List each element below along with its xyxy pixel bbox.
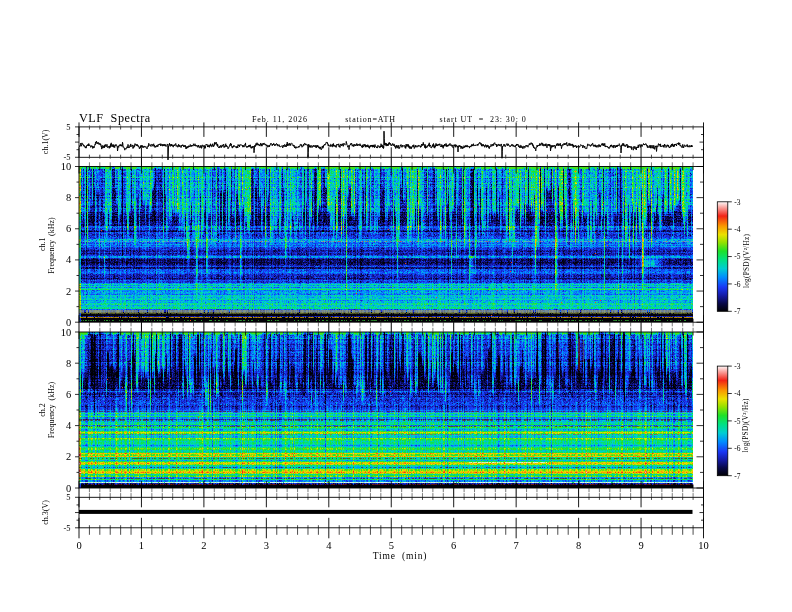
svg-text:Frequency (kHz): Frequency (kHz) (47, 381, 56, 438)
svg-text:8: 8 (576, 540, 581, 551)
svg-text:-7: -7 (734, 307, 740, 316)
svg-text:-6: -6 (734, 280, 740, 289)
svg-text:1: 1 (139, 540, 144, 551)
svg-text:station=ATH: station=ATH (345, 115, 396, 124)
svg-text:6: 6 (451, 540, 456, 551)
svg-text:4: 4 (326, 540, 332, 551)
svg-text:Feb. 11, 2026: Feb. 11, 2026 (252, 115, 308, 124)
svg-text:2: 2 (66, 451, 71, 462)
svg-text:0: 0 (76, 540, 81, 551)
svg-text:2: 2 (66, 286, 71, 297)
svg-text:-6: -6 (734, 444, 740, 453)
svg-text:start UT = 23: 30: 0: start UT = 23: 30: 0 (439, 115, 526, 124)
svg-text:-5: -5 (63, 523, 70, 533)
svg-text:5: 5 (66, 492, 70, 502)
svg-text:Frequency (kHz): Frequency (kHz) (47, 217, 56, 274)
svg-text:5: 5 (66, 122, 70, 132)
svg-text:6: 6 (66, 389, 71, 400)
svg-text:10: 10 (61, 161, 72, 172)
svg-text:log(PSD)(V²/Hz): log(PSD)(V²/Hz) (743, 398, 751, 452)
svg-text:2: 2 (201, 540, 206, 551)
svg-text:ch.3(V): ch.3(V) (41, 500, 50, 525)
svg-text:4: 4 (66, 254, 72, 265)
svg-text:-3: -3 (734, 362, 740, 371)
svg-text:5: 5 (389, 540, 394, 551)
svg-text:log(PSD)(V²/Hz): log(PSD)(V²/Hz) (743, 234, 751, 288)
svg-text:-5: -5 (734, 252, 740, 261)
svg-text:8: 8 (66, 358, 71, 369)
svg-text:7: 7 (514, 540, 519, 551)
svg-text:-4: -4 (734, 389, 740, 398)
svg-text:10: 10 (698, 540, 709, 551)
svg-text:6: 6 (66, 223, 71, 234)
svg-text:3: 3 (264, 540, 269, 551)
svg-text:-3: -3 (734, 198, 740, 207)
svg-text:-7: -7 (734, 472, 740, 481)
svg-text:10: 10 (61, 327, 72, 338)
svg-text:-4: -4 (734, 225, 740, 234)
svg-text:Time (min): Time (min) (373, 551, 427, 562)
svg-text:VLF Spectra: VLF Spectra (79, 111, 151, 125)
svg-text:-5: -5 (734, 417, 740, 426)
svg-text:4: 4 (66, 420, 72, 431)
svg-text:ch.1(V): ch.1(V) (41, 129, 50, 154)
svg-text:0: 0 (66, 317, 71, 328)
svg-text:8: 8 (66, 192, 71, 203)
svg-text:9: 9 (638, 540, 643, 551)
